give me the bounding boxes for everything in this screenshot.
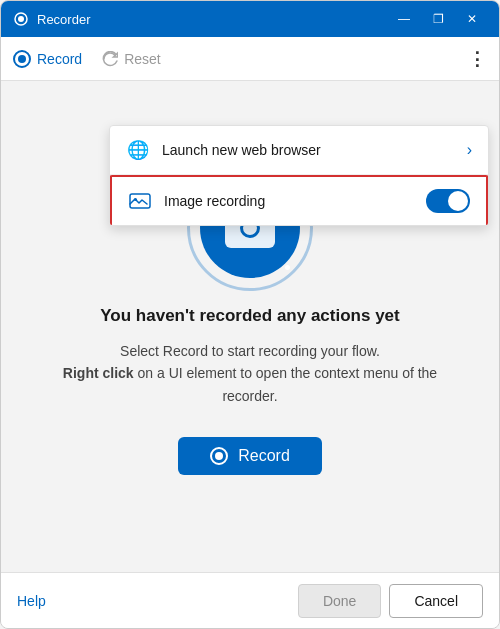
more-options-button[interactable]: ⋮: [468, 50, 487, 68]
sparkle-3: [285, 265, 290, 270]
record-toolbar-label: Record: [37, 51, 82, 67]
footer-actions: Done Cancel: [298, 584, 483, 618]
toggle-knob: [448, 191, 468, 211]
reset-toolbar-label: Reset: [124, 51, 161, 67]
title-bar-left: Recorder: [13, 11, 90, 27]
app-window: Recorder — ❐ ✕ Record: [0, 0, 500, 629]
content-area: 🌐 Launch new web browser › Image recordi…: [1, 81, 499, 572]
main-title: You haven't recorded any actions yet: [100, 306, 399, 326]
desc-right-click: Right click: [63, 365, 134, 381]
record-inner-icon: [18, 55, 26, 63]
record-circle-icon: [13, 50, 31, 68]
title-bar-controls: — ❐ ✕: [389, 5, 487, 33]
record-button-label: Record: [238, 447, 290, 465]
dropdown-item-launch-browser[interactable]: 🌐 Launch new web browser ›: [110, 126, 488, 175]
restore-button[interactable]: ❐: [423, 5, 453, 33]
app-title: Recorder: [37, 12, 90, 27]
record-button-icon: [210, 447, 228, 465]
help-link[interactable]: Help: [17, 593, 46, 609]
desc-text-3: on a UI element to open the context menu…: [134, 365, 438, 403]
svg-point-3: [134, 198, 137, 201]
dropdown-menu: 🌐 Launch new web browser › Image recordi…: [109, 125, 489, 226]
arrow-right-icon: ›: [467, 141, 472, 159]
reset-icon: [102, 51, 118, 67]
image-icon: [128, 189, 152, 213]
svg-point-1: [18, 16, 24, 22]
dropdown-item-image-recording[interactable]: Image recording: [110, 175, 488, 225]
record-toolbar-button[interactable]: Record: [13, 50, 82, 68]
desc-text-1: Select Record to start recording your fl…: [120, 343, 380, 359]
footer: Help Done Cancel: [1, 572, 499, 628]
cancel-button[interactable]: Cancel: [389, 584, 483, 618]
record-button[interactable]: Record: [178, 437, 322, 475]
launch-browser-label: Launch new web browser: [162, 142, 467, 158]
toolbar: Record Reset ⋮: [1, 37, 499, 81]
done-button[interactable]: Done: [298, 584, 381, 618]
reset-toolbar-button[interactable]: Reset: [102, 51, 161, 67]
image-recording-label: Image recording: [164, 193, 426, 209]
close-button[interactable]: ✕: [457, 5, 487, 33]
toolbar-left: Record Reset: [13, 50, 161, 68]
recorder-icon: [13, 11, 29, 27]
globe-icon: 🌐: [126, 138, 150, 162]
record-button-inner-icon: [215, 452, 223, 460]
main-description: Select Record to start recording your fl…: [61, 340, 439, 407]
title-bar: Recorder — ❐ ✕: [1, 1, 499, 37]
image-recording-toggle[interactable]: [426, 189, 470, 213]
minimize-button[interactable]: —: [389, 5, 419, 33]
